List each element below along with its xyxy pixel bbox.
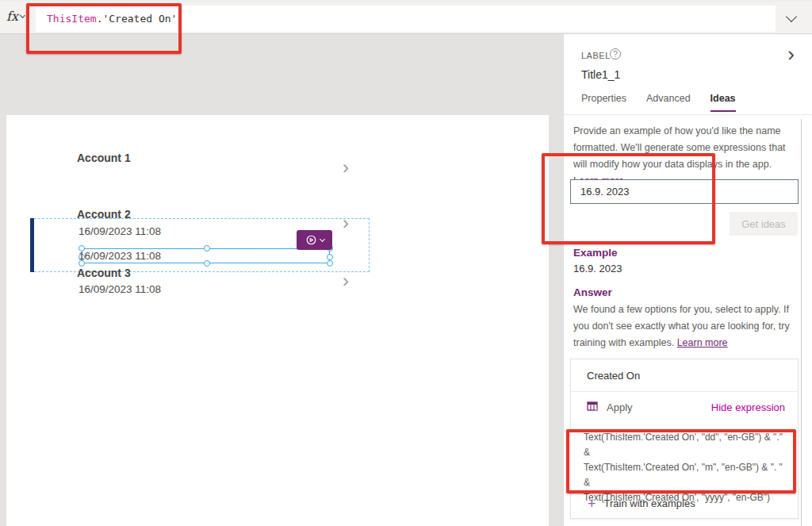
gallery-item-title[interactable]: Account 3 [77,267,131,279]
train-with-examples-button[interactable]: + Train with examples [588,497,695,509]
selection-handle[interactable] [327,254,333,260]
chevron-right-icon[interactable]: › [343,217,349,229]
formula-token-separator: . [97,13,103,25]
gallery-item-subtitle[interactable]: 16/09/2023 11:08 [79,225,161,237]
tab-properties[interactable]: Properties [581,93,626,112]
control-name: Title1_1 [581,68,620,81]
gallery-selection-bar [30,218,34,272]
train-label: Train with examples [604,497,695,509]
scrollbar[interactable] [801,119,802,526]
chevron-down-icon [20,12,25,17]
answer-text: We found a few options for you, select t… [573,301,805,351]
panel-tabs: Properties Advanced Ideas [581,93,736,112]
gallery-item-title[interactable]: Account 1 [77,152,131,164]
chevron-right-icon[interactable]: › [787,45,795,63]
hide-expression-link[interactable]: Hide expression [711,401,785,413]
help-icon[interactable]: ? [610,48,621,60]
answer-heading: Answer [573,286,612,298]
fx-dropdown[interactable]: fx [6,9,25,24]
gallery-item-subtitle[interactable]: 16/09/2023 11:08 [79,250,161,262]
suggestion-card: Created On Apply Hide expression Text(Th… [570,359,799,519]
formula-token-entity: ThisItem [47,13,97,25]
ideas-badge-button[interactable] [297,230,332,250]
tab-ideas[interactable]: Ideas [710,93,736,112]
plus-icon: + [588,498,596,509]
selection-handle[interactable] [204,260,210,267]
selection-handle[interactable] [204,245,210,251]
formula-bar-expand-button[interactable] [777,6,806,32]
expression-line: Text(ThisItem.'Created On', "dd", "en-GB… [584,430,785,460]
suggestion-actions: Apply Hide expression [571,392,798,422]
formula-input[interactable]: ThisItem.'Created On' [36,6,776,32]
expression-line: Text(ThisItem.'Created On', "m", "en-GB"… [584,460,785,490]
formula-bar: fx ThisItem.'Created On' [0,0,812,34]
example-format-input[interactable] [570,179,799,204]
chevron-down-icon [786,11,797,22]
apply-icon [587,401,600,413]
properties-panel: LABEL ? › Title1_1 Properties Advanced I… [563,34,812,526]
canvas-area: Account 1 16/09/2023 11:08 › Account 2 1… [0,34,563,526]
example-heading: Example [573,247,618,259]
selection-handle[interactable] [327,260,333,267]
intro-text: Provide an example of how you'd like the… [573,125,786,170]
tab-advanced[interactable]: Advanced [646,93,691,112]
ideas-icon [305,234,317,246]
get-ideas-button[interactable]: Get ideas [730,212,798,236]
chevron-right-icon[interactable]: › [343,275,349,287]
chevron-down-icon [319,236,324,242]
gallery-item-title[interactable]: Account 2 [77,208,131,221]
formula-token-property: 'Created On' [102,13,177,25]
learn-more-link[interactable]: Learn more [677,337,728,348]
fx-icon: fx [6,9,18,24]
suggestion-field-name[interactable]: Created On [571,359,798,392]
divider [564,114,812,115]
chevron-right-icon[interactable]: › [343,161,349,174]
gallery-item-subtitle[interactable]: 16/09/2023 11:08 [79,283,161,295]
control-type-label: LABEL [581,51,611,60]
app-screen: Account 1 16/09/2023 11:08 › Account 2 1… [6,115,549,526]
example-value: 16.9. 2023 [573,263,622,275]
apply-button[interactable]: Apply [607,401,633,413]
